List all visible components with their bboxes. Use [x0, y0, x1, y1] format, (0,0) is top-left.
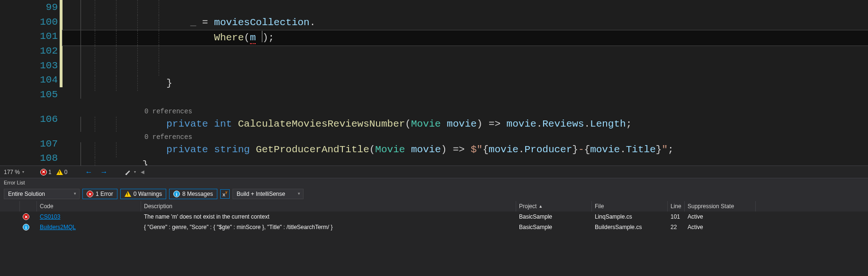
arrow-right-icon: → [98, 168, 109, 176]
source-combo[interactable]: Build + IntelliSense [233, 189, 304, 199]
gutter-row: 101✕ [0, 29, 63, 44]
indent-guide [116, 76, 116, 91]
line-number: 106 [40, 114, 58, 125]
code-token: CalculateMoviesReviewsNumber [238, 119, 405, 129]
chevron-down-icon: ▾ [22, 170, 24, 174]
header-suppression[interactable]: Suppression State [685, 201, 756, 212]
code-token: int [214, 119, 232, 129]
code-link[interactable]: CS0103 [40, 213, 60, 220]
indent-guide [137, 15, 138, 30]
header-icon[interactable] [20, 201, 37, 212]
code-line[interactable] [63, 91, 868, 106]
code-token: ( [244, 32, 250, 43]
header-project[interactable]: Project▲ [516, 201, 592, 212]
code-token: ( [369, 144, 376, 155]
indent-guide [95, 117, 95, 132]
row-code[interactable]: CS0103 [37, 212, 141, 222]
grid-header: Code Description Project▲ File Line Supp… [0, 201, 868, 212]
row-desc: The name 'm' does not exist in the curre… [141, 212, 516, 222]
code-token: } [572, 144, 578, 155]
zoom-level[interactable]: 177 % ▾ [4, 169, 24, 175]
fold-bar [81, 157, 81, 166]
code-token: " [662, 144, 668, 155]
indent-guide [159, 46, 159, 61]
error-count[interactable]: ✕ 1 [40, 169, 52, 175]
brush-tool[interactable]: ▾ [125, 169, 136, 175]
header-description[interactable]: Description [141, 201, 516, 212]
codelens[interactable]: 0 references [63, 132, 868, 142]
code-line[interactable]: private string GetProducerAndTitle(Movie… [63, 142, 868, 157]
nav-forward[interactable]: → [98, 168, 109, 176]
fold-bar [81, 30, 81, 46]
gutter-row: 105 [0, 87, 63, 102]
filter-icon: x۲ [223, 191, 227, 197]
indent-guide [95, 0, 95, 15]
code-line[interactable] [63, 61, 868, 76]
row-line: 101 [668, 212, 685, 222]
code-editor[interactable]: 99100101✕102103104105106107108 _ = movie… [0, 0, 868, 166]
code-token [405, 144, 411, 155]
header-blank[interactable] [0, 201, 20, 212]
error-list-grid[interactable]: Code Description Project▲ File Line Supp… [0, 201, 868, 276]
code-line[interactable] [63, 0, 868, 15]
chevron-down-icon: ▾ [134, 170, 136, 174]
code-token: . [537, 119, 543, 129]
row-line: 22 [668, 222, 685, 232]
gutter-row: 99 [0, 0, 63, 15]
code-token [256, 32, 262, 43]
line-number: 104 [40, 74, 58, 85]
code-token: private [166, 144, 208, 155]
error-list-row[interactable]: ✕CS0103The name 'm' does not exist in th… [0, 212, 868, 222]
scope-combo[interactable]: Entire Solution [4, 189, 80, 199]
code-line[interactable]: Where(m ); [63, 30, 868, 46]
code-token: movie [489, 144, 519, 155]
errors-filter[interactable]: ✕ 1 Error [82, 189, 117, 199]
warning-count-value: 0 [64, 169, 68, 175]
indent-guide [116, 15, 116, 30]
code-token: string [214, 144, 250, 155]
code-token [232, 119, 238, 129]
nav-back[interactable]: ← [83, 168, 94, 176]
fold-bar [81, 0, 81, 15]
code-token: ; [268, 32, 275, 43]
row-icon: i [20, 222, 37, 232]
clear-filter-button[interactable]: x۲ [220, 189, 230, 199]
info-icon: i [23, 224, 29, 230]
code-line[interactable]: } [63, 76, 868, 91]
fold-bar [81, 76, 81, 91]
row-code[interactable]: Builders2MQL [37, 222, 141, 232]
fold-bar [81, 61, 81, 76]
code-token: movie [507, 119, 537, 129]
code-token: moviesCollection [214, 17, 310, 28]
fold-bar [81, 46, 81, 61]
zoom-value: 177 % [4, 169, 20, 175]
codelens[interactable]: 0 references [63, 106, 868, 117]
code-token: ( [405, 119, 411, 129]
code-link[interactable]: Builders2MQL [40, 224, 76, 230]
indent-guide [159, 15, 159, 30]
code-token [95, 144, 166, 155]
header-code[interactable]: Code [37, 201, 141, 212]
error-list-row[interactable]: iBuilders2MQL{ "Genre" : genre, "Score" … [0, 222, 868, 232]
code-token: } [95, 78, 172, 89]
indent-guide [95, 76, 95, 91]
code-token: _ [190, 17, 197, 28]
code-area[interactable]: _ = moviesCollection. Where(m ); }0 refe… [63, 0, 868, 166]
code-token [95, 32, 214, 43]
scroll-left[interactable]: ◀ [141, 169, 144, 175]
code-line[interactable] [63, 46, 868, 61]
code-token: . [584, 119, 590, 129]
header-line[interactable]: Line [668, 201, 685, 212]
svg-point-4 [125, 173, 127, 175]
header-file[interactable]: File [592, 201, 668, 212]
messages-filter[interactable]: i 8 Messages [169, 189, 217, 199]
fold-bar [81, 91, 81, 99]
warnings-filter[interactable]: 0 Warnings [120, 189, 166, 199]
warning-count[interactable]: 0 [56, 169, 68, 175]
code-line[interactable]: _ = moviesCollection. [63, 15, 868, 30]
indent-guide [116, 61, 116, 76]
indent-guide [137, 76, 138, 91]
code-line[interactable]: } [63, 157, 868, 166]
gutter-row: 100 [0, 15, 63, 29]
code-line[interactable]: private int CalculateMoviesReviewsNumber… [63, 117, 868, 132]
